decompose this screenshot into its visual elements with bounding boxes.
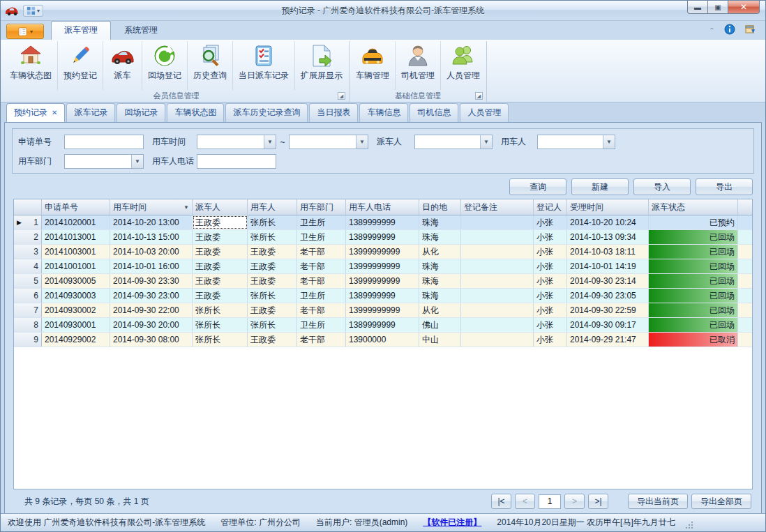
table-cell-remark[interactable] [461, 318, 534, 332]
table-cell-user[interactable]: 王政委 [248, 303, 297, 317]
table-cell-dest[interactable]: 从化 [419, 245, 461, 259]
ribbon-tab[interactable]: 系统管理 [111, 21, 171, 40]
table-cell-dispatcher[interactable]: 王政委 [193, 274, 248, 288]
table-cell-dest[interactable]: 珠海 [419, 289, 461, 303]
table-cell-registrar[interactable]: 小张 [534, 259, 567, 273]
table-cell-use_time[interactable]: 2014-09-30 08:00 [110, 333, 193, 347]
table-cell-dispatcher[interactable]: 王政委 [193, 215, 248, 229]
import-button[interactable]: 导入 [633, 178, 691, 195]
row-selector-header[interactable] [14, 199, 42, 215]
table-cell-remark[interactable] [461, 289, 534, 303]
collapse-ribbon-icon[interactable]: ⌃ [709, 27, 714, 33]
ribbon-tab[interactable]: 派车管理 [51, 21, 111, 40]
dept-select[interactable]: ▼ [64, 154, 144, 169]
last-page-button[interactable]: >| [588, 494, 608, 509]
table-cell-dispatcher[interactable]: 王政委 [193, 230, 248, 244]
status-cell[interactable]: 已回场 [649, 230, 738, 244]
column-header[interactable]: 派车状态 [649, 199, 738, 215]
table-row[interactable]: 4201410010012014-10-01 16:00王政委王政委老干部139… [14, 259, 752, 274]
row-selector-cell[interactable]: 2 [14, 230, 42, 244]
info-icon[interactable] [724, 24, 735, 37]
use-time-to-select[interactable]: ▼ [289, 135, 368, 149]
column-header[interactable]: 用车人电话 [346, 199, 419, 215]
column-header[interactable]: 登记备注 [461, 199, 534, 215]
table-cell-dispatcher[interactable]: 王政委 [193, 289, 248, 303]
status-cell[interactable]: 已回场 [649, 245, 738, 259]
table-cell-accept_time[interactable]: 2014-09-30 23:05 [567, 289, 649, 303]
status-cell[interactable]: 已取消 [649, 333, 738, 347]
row-selector-cell[interactable]: 7 [14, 303, 42, 317]
query-button[interactable]: 查询 [509, 178, 566, 195]
table-cell-use_time[interactable]: 2014-09-30 20:00 [110, 318, 193, 332]
table-cell-remark[interactable] [461, 245, 534, 259]
doc-tab[interactable]: 车辆信息 [359, 103, 408, 122]
row-selector-cell[interactable]: ▶1 [14, 215, 42, 229]
table-cell-dispatcher[interactable]: 王政委 [193, 259, 248, 273]
table-cell-apply_no[interactable]: 20140930001 [42, 318, 110, 332]
ribbon-button-pencil[interactable]: 预约登记 [58, 41, 103, 90]
table-cell-dest[interactable]: 佛山 [419, 318, 461, 332]
doc-tab[interactable]: 预约记录✕ [6, 103, 65, 122]
table-cell-registrar[interactable]: 小张 [534, 215, 567, 229]
table-cell-apply_no[interactable]: 20140930003 [42, 289, 110, 303]
next-page-button[interactable]: > [564, 494, 585, 509]
table-cell-phone[interactable]: 13900000 [346, 333, 419, 347]
chevron-down-icon[interactable]: ▼ [603, 135, 615, 149]
doc-tab[interactable]: 人员管理 [460, 103, 509, 122]
table-row[interactable]: 5201409300052014-09-30 23:30王政委王政委老干部139… [14, 274, 752, 289]
status-cell[interactable]: 已回场 [649, 303, 738, 317]
phone-input[interactable] [197, 154, 276, 169]
row-selector-cell[interactable]: 3 [14, 245, 42, 259]
ribbon-button-driver[interactable]: 司机管理 [396, 41, 441, 90]
doc-tab[interactable]: 车辆状态图 [167, 103, 224, 122]
table-cell-dispatcher[interactable]: 张所长 [193, 303, 248, 317]
table-cell-apply_no[interactable]: 20141001001 [42, 259, 110, 273]
table-cell-use_time[interactable]: 2014-10-03 20:00 [110, 245, 193, 259]
table-cell-use_time[interactable]: 2014-09-30 23:30 [110, 274, 193, 288]
table-cell-phone[interactable]: 13999999999 [346, 259, 419, 273]
table-cell-registrar[interactable]: 小张 [534, 318, 567, 332]
table-cell-accept_time[interactable]: 2014-10-13 09:34 [567, 230, 649, 244]
table-cell-dept[interactable]: 老干部 [297, 245, 346, 259]
close-tab-icon[interactable]: ✕ [52, 109, 57, 116]
row-selector-cell[interactable]: 6 [14, 289, 42, 303]
table-cell-remark[interactable] [461, 230, 534, 244]
column-header[interactable]: 用车人 [248, 199, 297, 215]
table-row[interactable]: 7201409300022014-09-30 22:00张所长王政委老干部139… [14, 303, 752, 318]
ribbon-button-searchdocs[interactable]: 历史查询 [188, 41, 233, 90]
table-cell-use_time[interactable]: 2014-09-30 23:00 [110, 289, 193, 303]
table-cell-accept_time[interactable]: 2014-10-03 18:11 [567, 245, 649, 259]
column-header[interactable]: 登记人 [534, 199, 567, 215]
table-cell-phone[interactable]: 1389999999 [346, 318, 419, 332]
switch-window-icon[interactable] [745, 24, 757, 37]
ribbon-button-people[interactable]: 人员管理 [441, 41, 486, 90]
application-menu-button[interactable]: ▾ [6, 24, 44, 39]
table-cell-dest[interactable]: 珠海 [419, 215, 461, 229]
table-cell-registrar[interactable]: 小张 [534, 333, 567, 347]
table-row[interactable]: 9201409290022014-09-30 08:00张所长王政委老干部139… [14, 333, 752, 347]
table-cell-apply_no[interactable]: 20141003001 [42, 245, 110, 259]
export-all-pages-button[interactable]: 导出全部页 [691, 494, 751, 509]
ribbon-button-screendoc[interactable]: 扩展屏显示 [295, 41, 348, 90]
table-cell-apply_no[interactable]: 20140930002 [42, 303, 110, 317]
quick-access-toolbar-button[interactable]: ▾ [23, 5, 43, 17]
export-current-page-button[interactable]: 导出当前页 [628, 494, 688, 509]
chevron-down-icon[interactable]: ▼ [264, 135, 276, 149]
table-cell-registrar[interactable]: 小张 [534, 274, 567, 288]
first-page-button[interactable]: |< [491, 494, 511, 509]
column-header[interactable]: 受理时间 [567, 199, 649, 215]
table-cell-remark[interactable] [461, 333, 534, 347]
table-cell-remark[interactable] [461, 303, 534, 317]
table-cell-dest[interactable]: 珠海 [419, 230, 461, 244]
table-cell-dispatcher[interactable]: 张所长 [193, 318, 248, 332]
apply-no-input[interactable] [64, 135, 144, 149]
table-cell-accept_time[interactable]: 2014-09-30 23:14 [567, 274, 649, 288]
status-cell[interactable]: 已回场 [649, 274, 738, 288]
ribbon-button-taxi[interactable]: 车辆管理 [350, 41, 396, 90]
table-row[interactable]: 6201409300032014-09-30 23:00王政委张所长卫生所138… [14, 289, 752, 303]
user-select[interactable]: ▼ [537, 135, 615, 149]
table-cell-accept_time[interactable]: 2014-09-30 22:59 [567, 303, 649, 317]
table-cell-registrar[interactable]: 小张 [534, 289, 567, 303]
table-cell-phone[interactable]: 1389999999 [346, 230, 419, 244]
table-cell-user[interactable]: 王政委 [248, 245, 297, 259]
